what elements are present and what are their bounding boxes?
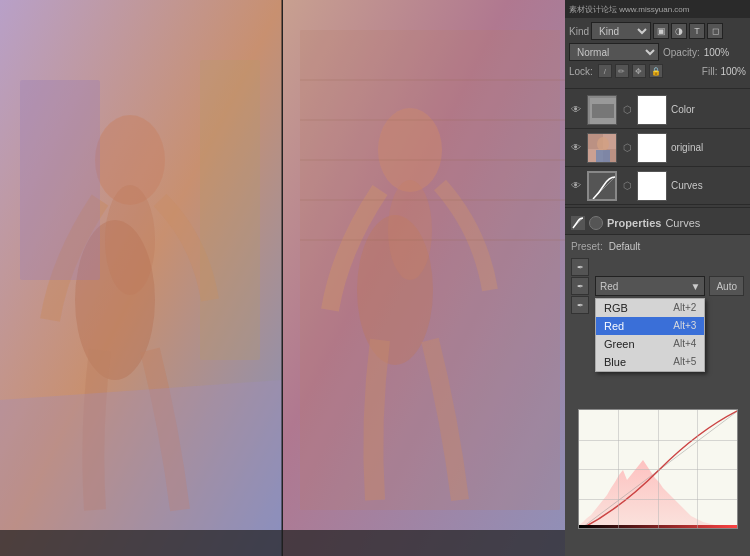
panel-divider-2 (565, 207, 750, 208)
dropdown-blue-label: Blue (604, 356, 626, 368)
kind-label: Kind (569, 26, 589, 37)
right-panel: 素材设计论坛 www.missyuan.com Kind Kind ▣ ◑ T … (565, 0, 750, 556)
dropdown-rgb-shortcut: Alt+2 (673, 302, 696, 314)
grid-v2 (658, 410, 659, 528)
layer-visibility-curves[interactable]: 👁 (569, 179, 583, 193)
fill-value: 100% (720, 66, 746, 77)
grid-v1 (618, 410, 619, 528)
lock-all-icon[interactable]: 🔒 (649, 64, 663, 78)
layer-visibility-original[interactable]: 👁 (569, 141, 583, 155)
properties-title: Properties (607, 217, 661, 229)
opacity-value: 100% (704, 47, 730, 58)
lock-image-icon[interactable]: ✏ (615, 64, 629, 78)
auto-button[interactable]: Auto (709, 276, 744, 296)
channel-dropdown-menu: RGB Alt+2 Red Alt+3 Green Alt+4 (595, 298, 705, 372)
dropdown-red-shortcut: Alt+3 (673, 320, 696, 332)
svg-rect-5 (20, 80, 100, 280)
layer-name-original: original (671, 142, 746, 153)
eyedropper-gray-tool[interactable]: ✒ (571, 277, 589, 295)
layer-name-curves: Curves (671, 180, 746, 191)
blend-opacity-row: Normal Opacity: 100% (569, 43, 746, 61)
dropdown-rgb-label: RGB (604, 302, 628, 314)
layer-mask-color (637, 95, 667, 125)
channel-select-wrapper: Red ▼ RGB Alt+2 Red (595, 276, 705, 296)
layer-chain-color: ⬡ (621, 104, 633, 115)
grid-v3 (697, 410, 698, 528)
eyedropper-white-tool[interactable]: ✒ (571, 296, 589, 314)
canvas-area (0, 0, 565, 556)
channel-section: ✒ ✒ ✒ Red ▼ RGB (571, 258, 744, 314)
layer-item-color[interactable]: 👁 ⬡ Color (565, 91, 750, 129)
properties-content: Preset: Default ✒ ✒ ✒ Red (565, 235, 750, 539)
dropdown-green-label: Green (604, 338, 635, 350)
layer-item-original[interactable]: 👁 ⬡ original (565, 129, 750, 167)
channel-value: Red (600, 281, 618, 292)
channel-row: ✒ ✒ ✒ Red ▼ RGB (571, 258, 744, 314)
curves-graph[interactable] (578, 409, 738, 529)
properties-panel: Properties Curves Preset: Default ✒ ✒ (565, 212, 750, 556)
layer-chain-curves: ⬡ (621, 180, 633, 191)
curves-icon (571, 216, 585, 230)
svg-rect-27 (596, 150, 610, 162)
channel-select-display[interactable]: Red ▼ (595, 276, 705, 296)
dropdown-item-red[interactable]: Red Alt+3 (596, 317, 704, 335)
layer-chain-original: ⬡ (621, 142, 633, 153)
layer-thumb-original (587, 133, 617, 163)
kind-row: Kind Kind ▣ ◑ T ◻ (569, 22, 746, 40)
layer-name-color: Color (671, 104, 746, 115)
lock-label: Lock: (569, 66, 593, 77)
properties-header: Properties Curves (565, 212, 750, 235)
opacity-label: Opacity: (663, 47, 700, 58)
dropdown-item-green[interactable]: Green Alt+4 (596, 335, 704, 353)
lock-transparent-icon[interactable]: / (598, 64, 612, 78)
svg-rect-17 (0, 530, 565, 556)
layer-thumb-curves (587, 171, 617, 201)
panel-divider-1 (565, 88, 750, 89)
layer-item-curves[interactable]: 👁 ⬡ Curves (565, 167, 750, 205)
curves-graph-section (571, 409, 744, 529)
watermark-text: 素材设计论坛 www.missyuan.com (569, 4, 689, 15)
svg-rect-20 (592, 104, 614, 118)
curves-subtitle: Curves (665, 217, 700, 229)
svg-rect-6 (200, 60, 260, 360)
layer-mask-original (637, 133, 667, 163)
filter-pixel-icon[interactable]: ▣ (653, 23, 669, 39)
kind-filter-icons: ▣ ◑ T ◻ (653, 23, 723, 39)
canvas-image (0, 0, 565, 556)
dropdown-item-blue[interactable]: Blue Alt+5 (596, 353, 704, 371)
dropdown-arrow-icon: ▼ (691, 281, 701, 292)
curve-tools: ✒ ✒ ✒ (571, 258, 589, 314)
preset-label: Preset: (571, 241, 603, 252)
layer-thumb-color (587, 95, 617, 125)
preset-value: Default (609, 241, 641, 252)
blend-mode-select[interactable]: Normal (569, 43, 659, 61)
svg-point-4 (105, 185, 155, 295)
dropdown-red-label: Red (604, 320, 624, 332)
svg-point-26 (597, 137, 609, 151)
layer-visibility-color[interactable]: 👁 (569, 103, 583, 117)
filter-shape-icon[interactable]: ◻ (707, 23, 723, 39)
kind-select[interactable]: Kind (591, 22, 651, 40)
dropdown-item-rgb[interactable]: RGB Alt+2 (596, 299, 704, 317)
layers-panel-controls: Kind Kind ▣ ◑ T ◻ Normal Opacity: 100% (565, 18, 750, 86)
eyedropper-black-tool[interactable]: ✒ (571, 258, 589, 276)
svg-rect-10 (300, 30, 560, 510)
layer-mask-curves (637, 171, 667, 201)
filter-adj-icon[interactable]: ◑ (671, 23, 687, 39)
properties-icon (589, 216, 603, 230)
preset-row: Preset: Default (571, 241, 744, 252)
dropdown-green-shortcut: Alt+4 (673, 338, 696, 350)
lock-fill-row: Lock: / ✏ ✥ 🔒 Fill: 100% (569, 64, 746, 78)
lock-position-icon[interactable]: ✥ (632, 64, 646, 78)
filter-type-icon[interactable]: T (689, 23, 705, 39)
dropdown-blue-shortcut: Alt+5 (673, 356, 696, 368)
fill-label: Fill: (702, 66, 718, 77)
